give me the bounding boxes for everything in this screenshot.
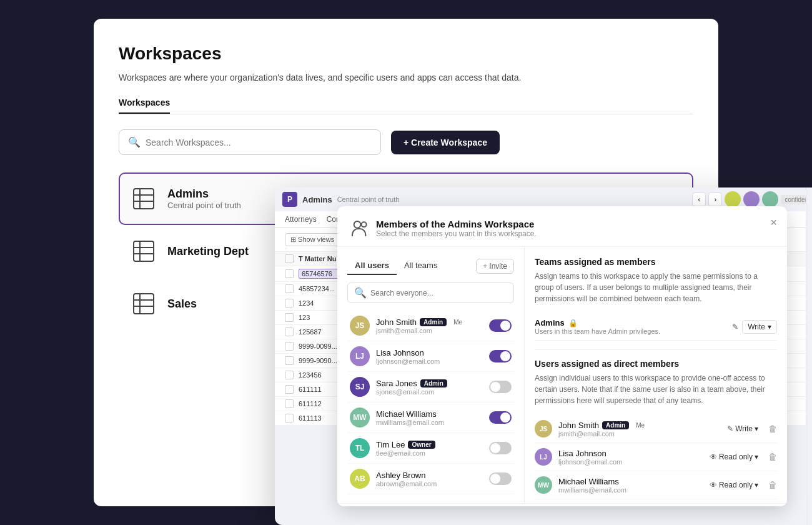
members-left-panel: All users All teams + Invite 🔍 JS Joh (337, 247, 525, 503)
sales-info: Sales (167, 298, 197, 311)
table-modal-overlay: P Admins Central point of truth ‹ › conf… (275, 188, 812, 525)
write-pencil-icon: ✎ (732, 322, 738, 331)
row-check[interactable] (285, 284, 294, 293)
row-check[interactable] (285, 313, 294, 322)
avatar-1 (725, 191, 741, 208)
row-check[interactable] (285, 342, 294, 351)
team-desc: Users in this team have Admin privileges… (535, 328, 732, 335)
members-subtitle: Select the members you want in this work… (376, 229, 537, 238)
teams-section-desc: Assign teams to this workspace to apply … (535, 271, 777, 304)
row-check[interactable] (285, 414, 294, 422)
show-views-btn[interactable]: ⊞ Show views (285, 233, 340, 246)
search-icon: 🔍 (354, 287, 367, 299)
delete-lisa-button[interactable]: 🗑 (768, 452, 777, 462)
top-avatars: ‹ › confidential ✎ (692, 191, 812, 208)
delete-michael-button[interactable]: 🗑 (768, 480, 777, 490)
header-check[interactable] (285, 254, 294, 263)
avatar-lisa-direct: LJ (535, 448, 552, 466)
permission-select-team[interactable]: Write ▾ (742, 320, 777, 334)
badge-admin: Admin (420, 318, 447, 326)
tab-all-users[interactable]: All users (347, 257, 397, 275)
member-info-ashley: Ashley Brown abrown@email.com (376, 471, 483, 488)
avatar-2 (743, 191, 760, 208)
nav-forward[interactable]: › (708, 192, 722, 206)
row-check[interactable] (285, 299, 294, 308)
toggle-john[interactable] (489, 319, 512, 332)
nav-back[interactable]: ‹ (692, 192, 706, 206)
perm-text: Read only (719, 481, 753, 489)
tab-workspaces[interactable]: Workspaces (119, 98, 170, 114)
admins-name: Admins (167, 188, 241, 201)
member-email: tlee@email.com (376, 449, 483, 457)
marketing-icon (130, 238, 157, 265)
create-workspace-button[interactable]: + Create Workspace (391, 131, 500, 154)
table-title: Admins (302, 195, 332, 204)
direct-members-title: Users assigned as direct members (535, 359, 777, 369)
toggle-lisa[interactable] (489, 350, 512, 362)
team-info: Admins 🔒 Users in this team have Admin p… (535, 318, 732, 335)
member-name: Lisa Johnson (376, 348, 424, 358)
permission-dropdown-john[interactable]: ✎ Write ▾ (727, 424, 758, 433)
badge-admin-direct: Admin (602, 421, 629, 429)
toggle-sara[interactable] (489, 381, 512, 393)
direct-member-john: JS John Smith Admin Me jsmith@email.com … (535, 415, 777, 443)
chevron-icon: ▾ (755, 452, 758, 461)
main-container: Workspaces Workspaces are where your org… (94, 19, 718, 506)
direct-name: Lisa Johnson (558, 449, 607, 458)
row-check[interactable] (285, 269, 294, 278)
row-check[interactable] (285, 328, 294, 336)
member-email: mwilliams@email.com (376, 419, 483, 426)
invite-button[interactable]: + Invite (476, 259, 514, 274)
direct-name: Michael Williams (558, 477, 619, 486)
chevron-icon: ▾ (755, 481, 758, 489)
direct-email: jsmith@email.com (558, 430, 721, 438)
row-check[interactable] (285, 356, 294, 365)
member-item-lisa: LJ Lisa Johnson ljohnson@email.com (347, 341, 514, 372)
svg-point-25 (354, 221, 361, 228)
search-icon: 🔍 (128, 136, 141, 148)
member-item-sara: SJ Sara Jones Admin sjones@email.com (347, 372, 514, 402)
direct-email: ljohnson@email.com (558, 458, 703, 466)
direct-member-lisa: LJ Lisa Johnson ljohnson@email.com 👁 Rea… (535, 443, 777, 471)
members-title: Members of the Admins Workspace (376, 219, 537, 229)
admins-desc: Central point of truth (167, 201, 241, 210)
direct-name: John Smith (558, 421, 599, 430)
members-search[interactable]: 🔍 (347, 282, 514, 303)
member-item-michael: MW Michael Williams mwilliams@email.com (347, 402, 514, 433)
member-info-lisa: Lisa Johnson ljohnson@email.com (376, 348, 483, 365)
row-check[interactable] (285, 385, 294, 394)
team-name: Admins (535, 318, 565, 328)
members-right-panel: Teams assigned as members Assign teams t… (525, 247, 787, 503)
search-input[interactable] (146, 138, 372, 148)
avatar-tim: TL (350, 438, 370, 458)
direct-member-michael: MW Michael Williams mwilliams@email.com … (535, 471, 777, 499)
members-search-input[interactable] (370, 289, 507, 298)
tab-all-teams[interactable]: All teams (397, 257, 445, 275)
tabs-row: Workspaces (119, 98, 693, 114)
direct-members-desc: Assign individual users to this workspac… (535, 372, 777, 406)
svg-rect-8 (134, 294, 154, 314)
row-check[interactable] (285, 399, 294, 408)
toggle-tim[interactable] (489, 442, 512, 454)
row-check[interactable] (285, 371, 294, 379)
avatar-3 (762, 191, 778, 208)
chevron-icon: ▾ (768, 322, 771, 331)
close-button[interactable]: × (770, 216, 777, 229)
read-icon: 👁 (710, 452, 717, 461)
member-name: Michael Williams (376, 409, 437, 419)
toggle-michael[interactable] (489, 411, 512, 424)
admins-info: Admins Central point of truth (167, 188, 241, 210)
chevron-icon: ▾ (755, 424, 758, 433)
search-box[interactable]: 🔍 (119, 129, 381, 155)
avatar-sara: SJ (350, 377, 370, 397)
sales-name: Sales (167, 298, 197, 311)
svg-rect-4 (134, 241, 154, 261)
delete-john-button[interactable]: 🗑 (768, 424, 777, 434)
members-modal-header: Members of the Admins Workspace Select t… (337, 206, 787, 247)
nav-tab-attorneys[interactable]: Attorneys (285, 215, 317, 224)
member-item-tim: TL Tim Lee Owner tlee@email.com (347, 433, 514, 464)
toggle-ashley[interactable] (489, 472, 512, 485)
permission-dropdown-lisa[interactable]: 👁 Read only ▾ (710, 452, 758, 461)
permission-dropdown-michael[interactable]: 👁 Read only ▾ (710, 481, 758, 489)
nav-arrows: ‹ › (692, 192, 722, 206)
